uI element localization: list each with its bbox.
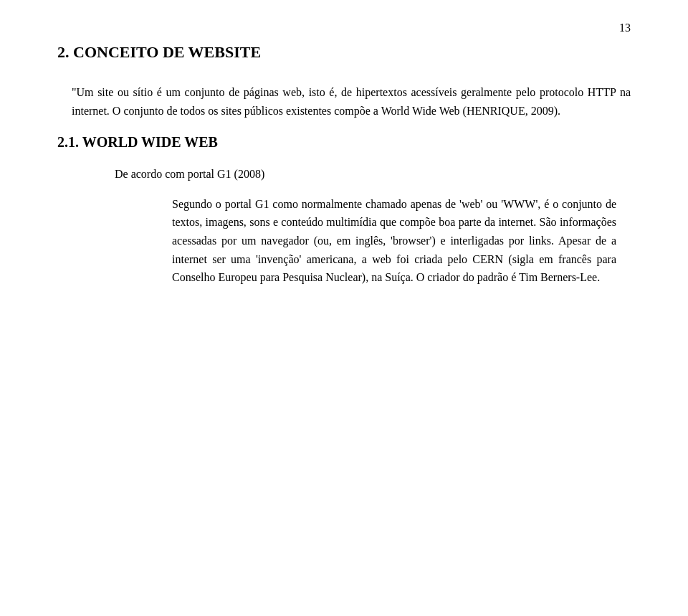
- page-container: 13 2. CONCEITO DE WEBSITE "Um site ou sí…: [0, 0, 688, 616]
- quote-attribution: De acordo com portal G1 (2008): [57, 165, 631, 184]
- subsection-title-text: WORLD WIDE WEB: [82, 134, 218, 150]
- subsection-number: 2.1.: [57, 134, 79, 150]
- block-quote: Segundo o portal G1 como normalmente cha…: [57, 195, 631, 287]
- section-title: 2. CONCEITO DE WEBSITE: [57, 43, 631, 62]
- page-number: 13: [619, 22, 631, 34]
- section-title-text: CONCEITO DE WEBSITE: [73, 43, 261, 61]
- section-number: 2.: [57, 43, 70, 61]
- intro-paragraph: "Um site ou sítio é um conjunto de págin…: [57, 83, 631, 120]
- subsection-title: 2.1. WORLD WIDE WEB: [57, 134, 631, 151]
